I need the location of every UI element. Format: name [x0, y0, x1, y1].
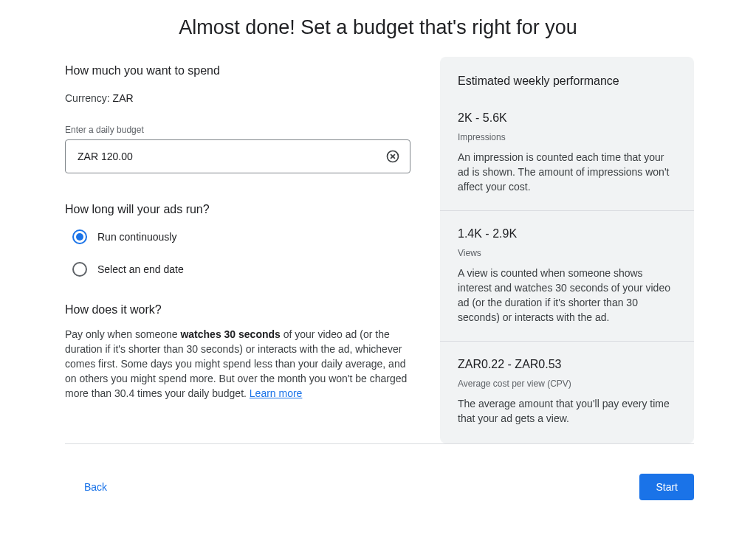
currency-code: ZAR	[113, 92, 134, 104]
metric-value: ZAR0.22 - ZAR0.53	[458, 358, 676, 371]
daily-budget-field[interactable]: ZAR	[65, 139, 410, 173]
how-text-before: Pay only when someone	[65, 328, 180, 340]
metric-label: Average cost per view (CPV)	[458, 379, 676, 389]
duration-heading: How long will your ads run?	[65, 203, 410, 216]
estimate-title: Estimated weekly performance	[458, 75, 676, 88]
metric-label: Views	[458, 248, 676, 258]
back-button[interactable]: Back	[78, 477, 113, 497]
currency-prefix-inline: ZAR	[78, 151, 98, 162]
metric-cpv: ZAR0.22 - ZAR0.53 Average cost per view …	[458, 358, 676, 426]
daily-budget-label: Enter a daily budget	[65, 125, 410, 135]
divider	[440, 210, 694, 211]
how-text-bold: watches 30 seconds	[180, 328, 280, 340]
radio-run-continuously[interactable]: Run continuously	[72, 229, 410, 244]
metric-views: 1.4K - 2.9K Views A view is counted when…	[458, 227, 676, 325]
radio-label: Run continuously	[97, 231, 176, 243]
metric-desc: An impression is counted each time that …	[458, 150, 676, 194]
radio-icon	[72, 229, 87, 244]
how-text: Pay only when someone watches 30 seconds…	[65, 327, 410, 401]
radio-select-end-date[interactable]: Select an end date	[72, 262, 410, 277]
spend-heading: How much you want to spend	[65, 64, 410, 77]
metric-value: 1.4K - 2.9K	[458, 227, 676, 241]
metric-value: 2K - 5.6K	[458, 111, 676, 125]
learn-more-link[interactable]: Learn more	[250, 387, 303, 399]
clear-icon[interactable]	[385, 148, 401, 165]
radio-icon	[72, 262, 87, 277]
currency-line: Currency: ZAR	[65, 92, 410, 104]
footer: Back Start	[65, 443, 694, 512]
page-title: Almost done! Set a budget that's right f…	[0, 16, 756, 39]
currency-prefix: Currency:	[65, 92, 113, 104]
metric-desc: The average amount that you'll pay every…	[458, 396, 676, 426]
metric-impressions: 2K - 5.6K Impressions An impression is c…	[458, 111, 676, 194]
metric-desc: A view is counted when someone shows int…	[458, 266, 676, 325]
start-button[interactable]: Start	[639, 474, 694, 500]
metric-label: Impressions	[458, 132, 676, 142]
radio-label: Select an end date	[97, 263, 184, 275]
estimate-panel: Estimated weekly performance 2K - 5.6K I…	[440, 57, 694, 443]
daily-budget-input[interactable]	[101, 151, 385, 162]
how-heading: How does it work?	[65, 303, 410, 317]
budget-form: How much you want to spend Currency: ZAR…	[65, 57, 440, 443]
divider	[440, 341, 694, 342]
